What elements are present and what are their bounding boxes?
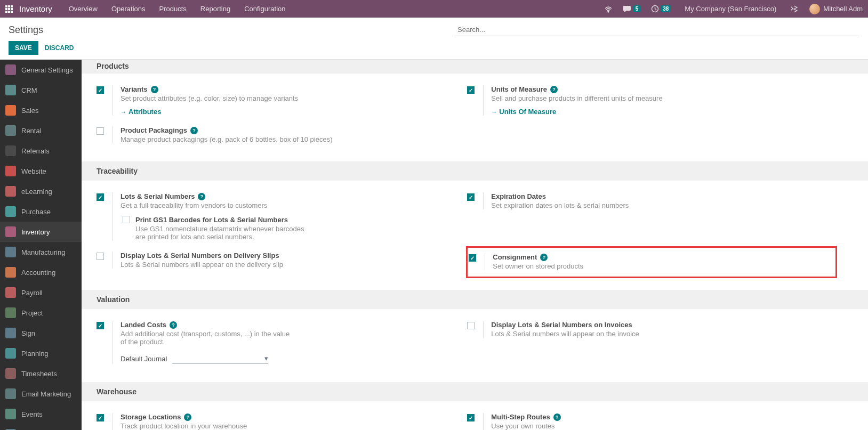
- navbar-left: Inventory Overview Operations Products R…: [0, 0, 601, 18]
- sidebar-item-label: CRM: [21, 86, 37, 94]
- sidebar-item-crm[interactable]: CRM: [0, 80, 82, 100]
- checkbox-landed[interactable]: [97, 322, 104, 329]
- display-lots-invoice-title: Display Lots & Serial Numbers on Invoice…: [491, 321, 632, 329]
- wifi-icon[interactable]: [601, 5, 616, 13]
- setting-display-lots-invoice: Display Lots & Serial Numbers on Invoice…: [467, 318, 838, 371]
- storage-desc: Track product location in your warehouse: [120, 422, 467, 430]
- sidebar-app-icon: [5, 64, 16, 75]
- help-icon[interactable]: ?: [550, 86, 558, 93]
- help-icon[interactable]: ?: [190, 127, 198, 134]
- setting-expiration: Expiration Dates Set expiration dates on…: [467, 189, 838, 248]
- app-brand[interactable]: Inventory: [18, 4, 62, 13]
- menu-operations[interactable]: Operations: [105, 0, 152, 18]
- help-icon[interactable]: ?: [198, 193, 205, 200]
- search-input[interactable]: [454, 23, 859, 36]
- apps-menu-button[interactable]: [0, 5, 18, 13]
- link-uom[interactable]: Units Of Measure: [491, 108, 556, 116]
- sidebar-item-referrals[interactable]: Referrals: [0, 141, 82, 161]
- sidebar-item-rental[interactable]: Rental: [0, 120, 82, 141]
- sidebar-item-purchase[interactable]: Purchase: [0, 201, 82, 222]
- activities-icon[interactable]: 38: [648, 5, 674, 13]
- lots-desc: Get a full traceability from vendors to …: [120, 201, 467, 209]
- section-products-header: Products: [82, 60, 868, 74]
- sidebar-app-icon: [5, 85, 16, 95]
- checkbox-storage[interactable]: [97, 414, 104, 421]
- setting-landed-costs: Landed Costs? Add additional cost (trans…: [97, 318, 467, 371]
- user-name: Mitchell Adm: [823, 5, 863, 13]
- menu-products[interactable]: Products: [152, 0, 193, 18]
- sidebar-item-manufacturing[interactable]: Manufacturing: [0, 242, 82, 262]
- sidebar-item-inventory[interactable]: Inventory: [0, 222, 82, 242]
- help-icon[interactable]: ?: [184, 413, 191, 421]
- sidebar-item-label: Timesheets: [21, 370, 57, 378]
- messaging-icon[interactable]: 5: [620, 5, 644, 13]
- sidebar-item-label: Purchase: [21, 208, 51, 216]
- messaging-badge: 5: [633, 5, 641, 12]
- sidebar-item-employees[interactable]: Employees: [0, 424, 82, 430]
- checkbox-display-lots-delivery[interactable]: [97, 253, 104, 260]
- sidebar-item-payroll[interactable]: Payroll: [0, 282, 82, 303]
- checkbox-uom[interactable]: [467, 86, 475, 94]
- checkbox-display-lots-invoice[interactable]: [467, 322, 475, 329]
- variants-desc: Set product attributes (e.g. color, size…: [120, 94, 467, 102]
- help-icon[interactable]: ?: [540, 254, 548, 261]
- settings-sidebar: General SettingsCRMSalesRentalReferralsW…: [0, 60, 82, 430]
- sidebar-app-icon: [5, 307, 16, 318]
- discard-button[interactable]: DISCARD: [43, 41, 76, 55]
- sidebar-item-website[interactable]: Website: [0, 161, 82, 181]
- help-icon[interactable]: ?: [553, 413, 561, 421]
- sidebar-item-project[interactable]: Project: [0, 303, 82, 323]
- sidebar-item-elearning[interactable]: eLearning: [0, 181, 82, 201]
- sidebar-item-label: Planning: [21, 350, 49, 358]
- setting-uom: Units of Measure? Sell and purchase prod…: [467, 82, 838, 123]
- gs1-title: Print GS1 Barcodes for Lots & Serial Num…: [135, 216, 467, 224]
- checkbox-routes[interactable]: [467, 414, 475, 421]
- checkbox-gs1[interactable]: [123, 216, 130, 223]
- journal-select[interactable]: [172, 353, 268, 364]
- sidebar-app-icon: [5, 388, 16, 399]
- sidebar-app-icon: [5, 328, 16, 338]
- display-lots-invoice-desc: Lots & Serial numbers will appear on the…: [491, 330, 838, 338]
- menu-configuration[interactable]: Configuration: [237, 0, 292, 18]
- sidebar-item-planning[interactable]: Planning: [0, 343, 82, 363]
- sidebar-item-general-settings[interactable]: General Settings: [0, 60, 82, 80]
- sidebar-item-label: eLearning: [21, 188, 52, 196]
- help-icon[interactable]: ?: [151, 86, 158, 93]
- checkbox-variants[interactable]: [97, 86, 104, 94]
- section-products-body: Variants? Set product attributes (e.g. c…: [82, 74, 868, 161]
- activities-badge: 38: [661, 5, 671, 12]
- setting-consignment: Consignment? Set owner on stored product…: [467, 248, 838, 279]
- menu-overview[interactable]: Overview: [62, 0, 105, 18]
- checkbox-packagings[interactable]: [97, 127, 104, 135]
- sidebar-app-icon: [5, 145, 16, 156]
- section-traceability-body: Lots & Serial Numbers? Get a full tracea…: [82, 181, 868, 290]
- sidebar-item-sales[interactable]: Sales: [0, 100, 82, 120]
- checkbox-expiration[interactable]: [467, 193, 475, 201]
- save-button[interactable]: SAVE: [9, 41, 38, 55]
- setting-lots: Lots & Serial Numbers? Get a full tracea…: [97, 189, 467, 248]
- sidebar-item-email-marketing[interactable]: Email Marketing: [0, 384, 82, 404]
- sidebar-item-label: Rental: [21, 127, 42, 135]
- storage-title: Storage Locations: [120, 413, 181, 421]
- packagings-desc: Manage product packagings (e.g. pack of …: [120, 135, 467, 143]
- sidebar-item-accounting[interactable]: Accounting: [0, 262, 82, 282]
- company-selector[interactable]: My Company (San Francisco): [678, 5, 783, 13]
- link-attributes[interactable]: Attributes: [120, 108, 161, 116]
- sidebar-item-label: Email Marketing: [21, 390, 71, 398]
- sidebar-item-label: General Settings: [21, 66, 73, 74]
- expiration-title: Expiration Dates: [491, 192, 546, 200]
- sidebar-item-sign[interactable]: Sign: [0, 323, 82, 343]
- sidebar-item-events[interactable]: Events: [0, 404, 82, 424]
- user-menu[interactable]: Mitchell Adm: [806, 4, 863, 14]
- consignment-title: Consignment: [493, 253, 537, 261]
- sidebar-app-icon: [5, 166, 16, 176]
- help-icon[interactable]: ?: [170, 321, 177, 329]
- sidebar-item-label: Sales: [21, 107, 39, 115]
- sidebar-app-icon: [5, 409, 16, 419]
- sidebar-app-icon: [5, 287, 16, 298]
- checkbox-lots[interactable]: [97, 193, 104, 201]
- menu-reporting[interactable]: Reporting: [194, 0, 237, 18]
- checkbox-consignment[interactable]: [469, 254, 476, 262]
- debug-icon[interactable]: [787, 5, 802, 13]
- sidebar-item-timesheets[interactable]: Timesheets: [0, 363, 82, 384]
